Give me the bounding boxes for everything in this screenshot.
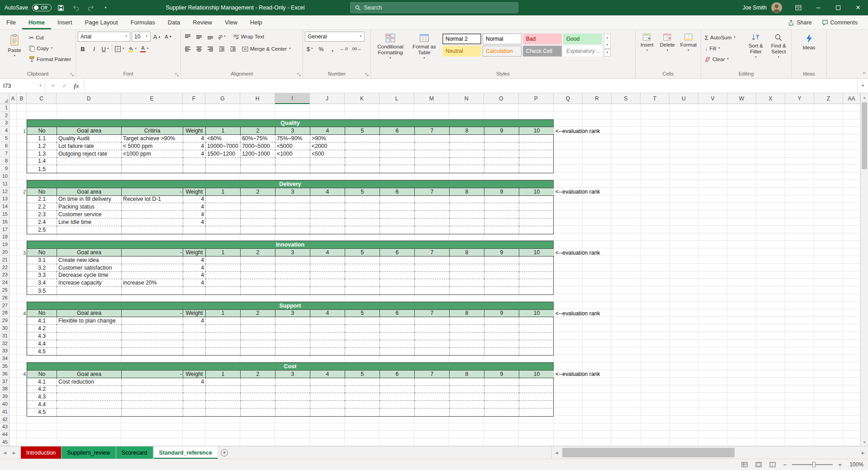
increase-font-size-button[interactable]: A▲ [152, 32, 162, 42]
cell[interactable] [345, 150, 380, 158]
cell[interactable] [450, 150, 484, 158]
cell[interactable] [310, 378, 345, 386]
row-header-19[interactable]: 19 [0, 241, 9, 248]
cell[interactable]: 10000~7000 [206, 142, 241, 150]
table-index-delivery[interactable]: 2 [17, 188, 26, 196]
cell[interactable] [310, 401, 345, 408]
header-cell[interactable]: Goal area [57, 127, 122, 135]
cell[interactable]: Packing status [57, 203, 122, 211]
cell[interactable] [519, 386, 554, 394]
cell[interactable] [345, 272, 380, 280]
cell[interactable] [57, 408, 122, 416]
sheet-tab-suppliers-review[interactable]: Suppliers_review [62, 446, 116, 459]
header-cell[interactable]: Goal area [57, 370, 122, 378]
column-header-m[interactable]: M [414, 93, 449, 104]
cell[interactable] [122, 378, 183, 386]
row-header-13[interactable]: 13 [0, 195, 9, 203]
header-cell[interactable]: 4 [310, 127, 345, 135]
cell[interactable] [484, 378, 519, 386]
cell[interactable] [380, 203, 415, 211]
cell[interactable] [275, 256, 310, 264]
cell[interactable] [310, 165, 345, 173]
header-cell[interactable]: 6 [380, 188, 415, 196]
cell[interactable] [450, 256, 484, 264]
cell[interactable] [122, 287, 183, 294]
column-header-j[interactable]: J [310, 93, 345, 104]
cell[interactable] [275, 279, 310, 287]
row-header-14[interactable]: 14 [0, 203, 9, 210]
header-cell[interactable]: 10 [519, 310, 554, 318]
cell[interactable] [450, 408, 484, 416]
cell[interactable] [415, 287, 450, 294]
cell[interactable] [484, 203, 519, 211]
row-header-7[interactable]: 7 [0, 150, 9, 157]
cell[interactable]: 4.2 [27, 386, 57, 394]
column-header-p[interactable]: P [519, 93, 554, 104]
cell[interactable] [484, 401, 519, 408]
header-cell[interactable]: Goal area [57, 188, 122, 196]
cell[interactable] [57, 386, 122, 394]
row-header-26[interactable]: 26 [0, 294, 9, 302]
cell[interactable] [415, 348, 450, 356]
cell[interactable]: 4 [183, 272, 206, 280]
cell[interactable] [122, 203, 183, 211]
cell[interactable] [310, 348, 345, 356]
column-header-n[interactable]: N [449, 93, 484, 104]
cell[interactable] [519, 218, 554, 226]
header-cell[interactable]: 8 [450, 310, 484, 318]
header-cell[interactable]: No [27, 188, 57, 196]
cell[interactable] [380, 401, 415, 408]
row-header-42[interactable]: 42 [0, 416, 9, 423]
cell[interactable] [345, 340, 380, 348]
cell[interactable] [380, 348, 415, 356]
header-cell[interactable]: 2 [241, 370, 275, 378]
cell[interactable] [380, 408, 415, 416]
cell[interactable]: 4 [183, 256, 206, 264]
cell[interactable] [310, 196, 345, 204]
header-cell[interactable]: 2 [241, 188, 275, 196]
row-header-39[interactable]: 39 [0, 393, 9, 400]
header-cell[interactable]: Weight [183, 310, 206, 318]
cell[interactable] [57, 401, 122, 408]
row-header-31[interactable]: 31 [0, 332, 9, 340]
header-cell[interactable]: 7 [415, 127, 450, 135]
name-box[interactable]: I73 ▼ [0, 79, 45, 93]
cell[interactable] [275, 393, 310, 401]
cell[interactable] [122, 226, 183, 234]
cell[interactable] [484, 135, 519, 142]
column-header-w[interactable]: W [727, 93, 756, 104]
clear-button[interactable]: Clear ▼ [703, 54, 744, 64]
cell[interactable] [380, 378, 415, 386]
cell[interactable] [275, 401, 310, 408]
row-header-8[interactable]: 8 [0, 157, 9, 165]
ideas-button[interactable]: Ideas [797, 32, 822, 52]
clipboard-dialog-launcher[interactable] [70, 73, 74, 77]
cell[interactable] [241, 272, 275, 280]
header-cell[interactable]: 4 [310, 310, 345, 318]
cell[interactable] [183, 325, 206, 332]
header-cell[interactable]: 6 [380, 249, 415, 256]
cell[interactable] [241, 378, 275, 386]
cell[interactable]: 3.3 [27, 272, 57, 280]
cell[interactable]: 3.1 [27, 256, 57, 264]
cell[interactable] [415, 378, 450, 386]
cell[interactable] [484, 348, 519, 356]
cell[interactable] [183, 340, 206, 348]
ribbon-tab-formulas[interactable]: Formulas [124, 15, 161, 29]
cell[interactable]: 1.1 [27, 135, 57, 142]
insert-cells-button[interactable]: Insert ▼ [637, 32, 657, 54]
cell[interactable] [206, 340, 241, 348]
cell[interactable] [519, 317, 554, 325]
cell[interactable] [275, 386, 310, 394]
header-cell[interactable]: No [27, 370, 57, 378]
cell[interactable] [415, 203, 450, 211]
cell[interactable]: 2.4 [27, 218, 57, 226]
row-header-20[interactable]: 20 [0, 248, 9, 256]
cell[interactable] [415, 256, 450, 264]
row-header-28[interactable]: 28 [0, 309, 9, 317]
cell[interactable] [450, 393, 484, 401]
cell[interactable] [310, 279, 345, 287]
cell[interactable] [275, 226, 310, 234]
autosum-button[interactable]: Σ AutoSum ▼ [703, 33, 744, 43]
header-cell[interactable]: 4 [310, 249, 345, 256]
